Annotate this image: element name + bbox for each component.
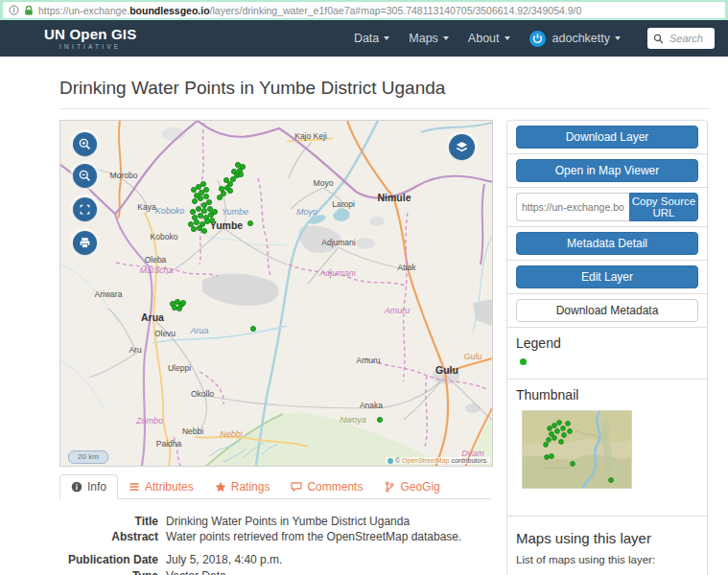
svg-text:Arua: Arua — [141, 311, 164, 323]
layer-abstract-value: Water points retrieved from the OpenStre… — [158, 529, 461, 544]
svg-text:Koboko: Koboko — [155, 206, 185, 216]
user-menu[interactable]: adochketty — [552, 32, 621, 45]
page-title: Drinking Water Points in Yumbe District … — [59, 78, 710, 99]
tab-ratings[interactable]: Ratings — [204, 474, 281, 498]
thumbnail-title: Thumbnail — [516, 387, 698, 402]
info-row-title: Title Drinking Water Points in Yumbe Dis… — [59, 514, 491, 529]
nav-menu-data[interactable]: Data — [354, 32, 389, 45]
svg-text:Nebbi: Nebbi — [220, 429, 244, 439]
info-panel: Title Drinking Water Points in Yumbe Dis… — [59, 514, 491, 575]
svg-text:Uleppi: Uleppi — [168, 363, 191, 373]
info-row-abstract: Abstract Water points retrieved from the… — [59, 529, 491, 544]
list-icon — [129, 481, 140, 493]
svg-text:Adjumani: Adjumani — [318, 268, 357, 278]
download-metadata-button[interactable]: Download Metadata — [516, 299, 698, 322]
chevron-down-icon — [384, 36, 389, 40]
svg-text:Amuru: Amuru — [356, 356, 380, 365]
download-layer-button[interactable]: Download Layer — [516, 126, 698, 149]
zoom-out-button[interactable] — [73, 164, 97, 188]
layer-title-value: Drinking Water Points in Yumbe District … — [158, 514, 410, 529]
url-text: https://un-exchange.boundlessgeo.io/laye… — [38, 5, 581, 16]
star-icon — [215, 481, 226, 493]
svg-text:Moyo: Moyo — [296, 207, 317, 217]
svg-text:Nebbi: Nebbi — [182, 426, 203, 436]
zoom-in-button[interactable] — [73, 132, 97, 156]
search-icon — [653, 34, 664, 44]
svg-text:Olevu: Olevu — [154, 329, 176, 338]
info-row-publication-date: Publication Date July 5, 2018, 4:40 p.m. — [59, 552, 491, 567]
brand-title: UN Open GIS — [44, 26, 136, 42]
top-navbar: UN Open GIS INITIATIVE Data Maps About a… — [0, 20, 728, 57]
edit-layer-button[interactable]: Edit Layer — [516, 265, 698, 288]
power-logo-icon[interactable] — [529, 31, 546, 47]
layer-map[interactable]: Kajo KejiMoroboMoyoNimuleLaropiKayaMoyoK… — [59, 120, 493, 467]
svg-text:Nimule: Nimule — [377, 192, 411, 203]
search-input[interactable] — [668, 32, 709, 45]
map-attribution: © OpenStreetMap contributors. — [386, 457, 490, 464]
chevron-down-icon — [505, 36, 510, 40]
open-in-map-viewer-button[interactable]: Open in Map Viewer — [516, 159, 698, 182]
osm-info-icon[interactable] — [387, 458, 393, 464]
print-button[interactable] — [73, 231, 97, 255]
svg-text:Kajo Keji: Kajo Keji — [294, 131, 327, 141]
comment-icon — [291, 481, 302, 493]
layer-thumbnail[interactable] — [522, 410, 632, 489]
svg-text:Laropi: Laropi — [332, 199, 355, 209]
brand-subtitle: INITIATIVE — [44, 44, 136, 51]
map-canvas[interactable]: Kajo KejiMoroboMoyoNimuleLaropiKayaMoyoK… — [60, 121, 492, 466]
legend-marker-dot — [520, 358, 527, 365]
svg-text:Morobo: Morobo — [110, 171, 138, 180]
thumbnail-section: Thumbnail — [507, 379, 707, 516]
fullscreen-button[interactable] — [73, 197, 97, 221]
https-lock-icon[interactable] — [24, 5, 34, 16]
tab-attributes[interactable]: Attributes — [118, 474, 204, 498]
maps-section-title: Maps using this layer — [516, 530, 698, 546]
maps-using-layer-section: Maps using this layer List of maps using… — [507, 516, 707, 575]
title-divider — [59, 108, 710, 109]
branch-icon — [384, 481, 395, 493]
metadata-detail-button[interactable]: Metadata Detail — [516, 232, 698, 255]
chevron-down-icon — [615, 36, 621, 40]
source-url-input[interactable] — [516, 193, 629, 221]
svg-text:Paidha: Paidha — [156, 439, 182, 448]
detail-tabs: Info Attributes Ratings Comments GeoGig — [59, 474, 491, 499]
svg-text:Ariwara: Ariwara — [95, 289, 123, 299]
url-field[interactable]: https://un-exchange.boundlessgeo.io/laye… — [3, 2, 725, 18]
map-scale-bar: 20 km — [68, 450, 108, 464]
chevron-down-icon — [443, 36, 449, 40]
osm-link[interactable]: OpenStreetMap — [402, 457, 449, 464]
svg-text:Amuru: Amuru — [384, 306, 411, 315]
info-icon — [71, 481, 82, 493]
browser-url-bar: https://un-exchange.boundlessgeo.io/laye… — [0, 0, 728, 20]
legend-title: Legend — [516, 335, 698, 351]
svg-text:Adjumani: Adjumani — [321, 238, 356, 247]
layer-actions-panel: Download Layer Open in Map Viewer Copy S… — [506, 120, 708, 575]
layer-type-value: Vector Data — [158, 568, 226, 575]
svg-text:Gulu: Gulu — [463, 352, 481, 361]
svg-text:Kaya: Kaya — [137, 202, 156, 212]
svg-text:Nwoya: Nwoya — [340, 415, 366, 425]
svg-text:Oleba: Oleba — [145, 255, 167, 264]
svg-text:Aru: Aru — [129, 345, 142, 355]
svg-text:Anaka: Anaka — [360, 401, 383, 410]
maps-section-subtitle: List of maps using this layer: — [516, 554, 698, 565]
nav-menu-about[interactable]: About — [468, 32, 510, 45]
brand-logo[interactable]: UN Open GIS INITIATIVE — [44, 27, 136, 51]
svg-text:Moyo: Moyo — [314, 178, 334, 188]
svg-text:Gulu: Gulu — [435, 364, 458, 376]
navbar-search[interactable] — [647, 28, 715, 49]
tab-geogig[interactable]: GeoGig — [373, 474, 450, 498]
copy-source-url-button[interactable]: Copy Source URL — [629, 193, 698, 221]
svg-text:Atiak: Atiak — [398, 263, 417, 272]
tab-comments[interactable]: Comments — [280, 474, 373, 498]
nav-menu-maps[interactable]: Maps — [409, 32, 449, 45]
layers-button[interactable] — [449, 134, 475, 160]
svg-text:Koboko: Koboko — [151, 232, 178, 242]
info-row-type: Type Vector Data — [59, 568, 491, 575]
svg-text:Yumbe: Yumbe — [222, 207, 248, 217]
page-info-icon[interactable] — [9, 5, 19, 15]
legend-section: Legend — [507, 327, 707, 379]
tab-info[interactable]: Info — [59, 474, 118, 499]
svg-text:Zombo: Zombo — [135, 416, 163, 426]
svg-text:Okollo: Okollo — [191, 389, 214, 399]
